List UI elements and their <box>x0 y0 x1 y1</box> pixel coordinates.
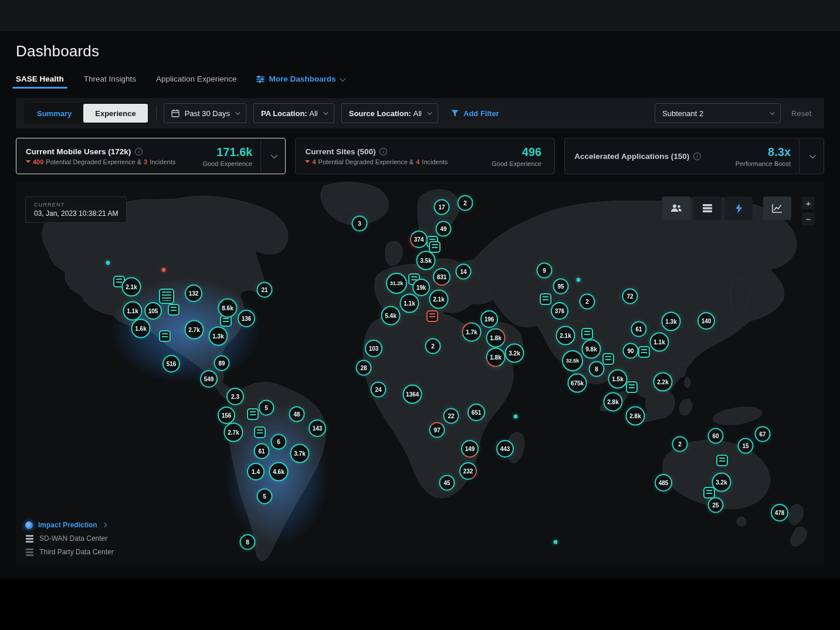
subtenant-dropdown[interactable]: Subtenant 2 <box>655 103 781 123</box>
info-icon[interactable]: i <box>693 153 701 160</box>
datacenter-marker[interactable] <box>168 304 179 316</box>
world-map-panel[interactable]: 2.1k132218.6k1361051.1k1.6k2.7k1.3k51689… <box>16 181 824 565</box>
date-range-dropdown[interactable]: Past 30 Days <box>164 103 246 123</box>
map-users-layer-button[interactable] <box>662 197 690 220</box>
map-count-marker[interactable]: 8 <box>589 361 605 377</box>
map-count-marker[interactable]: 49 <box>436 221 452 237</box>
map-count-marker[interactable]: 3.5k <box>416 251 436 270</box>
map-count-marker[interactable]: 97 <box>429 422 445 438</box>
map-count-marker[interactable]: 60 <box>708 428 724 444</box>
map-count-marker[interactable]: 2.1k <box>122 277 141 297</box>
map-count-marker[interactable]: 1364 <box>403 385 422 404</box>
map-count-marker[interactable]: 17 <box>434 199 450 215</box>
map-count-marker[interactable]: 516 <box>162 355 180 372</box>
map-count-marker[interactable]: 103 <box>365 340 382 357</box>
map-count-marker[interactable]: 32.5k <box>562 350 583 371</box>
map-count-marker[interactable]: 374 <box>410 231 428 248</box>
map-count-marker[interactable]: 3.2k <box>505 344 524 363</box>
map-count-marker[interactable]: 136 <box>238 310 255 327</box>
map-count-marker[interactable]: 132 <box>185 284 202 302</box>
map-count-marker[interactable]: 24 <box>371 382 387 398</box>
map-count-marker[interactable]: 28 <box>356 360 372 376</box>
map-count-marker[interactable]: 2.1k <box>429 290 449 309</box>
map-count-marker[interactable]: 9 <box>537 263 553 279</box>
card-accelerated-applications[interactable]: Accelerated Applications (150) i 8.3x Pe… <box>564 138 824 174</box>
datacenter-marker[interactable] <box>254 426 266 438</box>
map-count-marker[interactable]: 61 <box>631 321 647 337</box>
map-count-marker[interactable]: 2.2k <box>653 372 673 392</box>
map-count-marker[interactable]: 3.2k <box>712 473 731 492</box>
card-current-mobile-users[interactable]: Current Mobile Users (172k) i 400 Potent… <box>16 138 286 174</box>
datacenter-marker[interactable] <box>159 330 171 342</box>
info-icon[interactable]: i <box>135 148 143 155</box>
map-count-marker[interactable]: 3 <box>352 216 368 232</box>
pa-location-dropdown[interactable]: PA Location: All <box>253 103 334 123</box>
map-count-marker[interactable]: 3.7k <box>290 444 310 463</box>
add-filter-button[interactable]: Add Filter <box>451 109 499 118</box>
map-count-marker[interactable]: 1.1k <box>123 302 143 321</box>
map-count-marker[interactable]: 1.3k <box>662 312 681 331</box>
map-count-marker[interactable]: 5 <box>257 489 273 504</box>
map-count-marker[interactable]: 2 <box>425 338 441 354</box>
map-count-marker[interactable]: 22 <box>443 408 459 424</box>
map-count-marker[interactable]: 651 <box>468 404 485 421</box>
tab-application-experience[interactable]: Application Experience <box>156 74 236 89</box>
map-count-marker[interactable]: 9.8k <box>582 340 601 359</box>
map-count-marker[interactable]: 376 <box>551 302 568 320</box>
map-count-marker[interactable]: 90 <box>623 343 639 359</box>
datacenter-marker[interactable] <box>602 353 614 365</box>
map-chart-layer-button[interactable] <box>763 197 791 220</box>
tab-sase-health[interactable]: SASE Health <box>16 74 64 89</box>
reset-button[interactable]: Reset <box>791 109 811 118</box>
datacenter-marker[interactable] <box>626 381 638 393</box>
zoom-in-button[interactable]: + <box>802 197 815 209</box>
map-count-marker[interactable]: 61 <box>254 443 270 459</box>
card-current-sites[interactable]: Current Sites (500) i 4 Potential Degrad… <box>295 138 555 174</box>
datacenter-marker[interactable] <box>540 293 551 305</box>
datacenter-marker[interactable] <box>159 289 174 304</box>
more-dashboards-menu[interactable]: More Dashboards <box>256 74 344 89</box>
map-count-marker[interactable]: 675k <box>568 374 587 393</box>
map-count-marker[interactable]: 1.5k <box>608 370 628 389</box>
map-count-marker[interactable]: 8 <box>240 534 256 550</box>
map-count-marker[interactable]: 8.6k <box>218 299 238 318</box>
map-count-marker[interactable]: 1.1k <box>400 294 419 313</box>
map-count-marker[interactable]: 25 <box>708 497 724 513</box>
map-boost-layer-button[interactable] <box>724 197 753 220</box>
map-count-marker[interactable]: 2.8k <box>626 407 645 426</box>
map-count-marker[interactable]: 21 <box>257 282 273 298</box>
map-count-marker[interactable]: 443 <box>496 440 514 458</box>
info-icon[interactable]: i <box>380 148 387 155</box>
map-count-marker[interactable]: 45 <box>439 475 455 491</box>
map-count-marker[interactable]: 72 <box>622 289 638 304</box>
map-datacenter-layer-button[interactable] <box>693 197 722 220</box>
map-count-marker[interactable]: 196 <box>480 310 498 328</box>
map-count-marker[interactable]: 232 <box>459 462 477 480</box>
datacenter-marker[interactable] <box>581 328 593 340</box>
map-count-marker[interactable]: 2.7k <box>224 423 243 442</box>
summary-tab[interactable]: Summary <box>25 104 83 123</box>
impact-prediction-link[interactable]: Impact Prediction <box>25 521 114 529</box>
map-count-marker[interactable]: 6 <box>271 434 287 450</box>
card-expand-button[interactable] <box>260 138 285 174</box>
map-count-marker[interactable]: 67 <box>755 426 771 442</box>
map-count-marker[interactable]: 2.8k <box>604 392 623 412</box>
map-count-marker[interactable]: 15 <box>738 438 754 454</box>
map-count-marker[interactable]: 2.7k <box>185 320 204 340</box>
map-count-marker[interactable]: 2 <box>458 195 473 211</box>
map-count-marker[interactable]: 1.7k <box>462 323 482 342</box>
map-count-marker[interactable]: 95 <box>553 279 569 294</box>
map-count-marker[interactable]: 156 <box>218 407 235 424</box>
map-count-marker[interactable]: 2.1k <box>556 326 575 346</box>
zoom-out-button[interactable]: − <box>802 212 815 225</box>
map-count-marker[interactable]: 2.3 <box>226 388 244 405</box>
tab-threat-insights[interactable]: Threat Insights <box>84 74 136 89</box>
map-count-marker[interactable]: 14 <box>456 264 472 280</box>
map-count-marker[interactable]: 5 <box>259 400 275 416</box>
map-count-marker[interactable]: 2 <box>672 436 688 452</box>
map-count-marker[interactable]: 1.8k <box>486 328 506 348</box>
map-count-marker[interactable]: 89 <box>214 355 230 371</box>
datacenter-marker[interactable] <box>716 455 728 466</box>
map-count-marker[interactable]: 831 <box>433 268 451 286</box>
map-count-marker[interactable]: 143 <box>309 419 326 437</box>
